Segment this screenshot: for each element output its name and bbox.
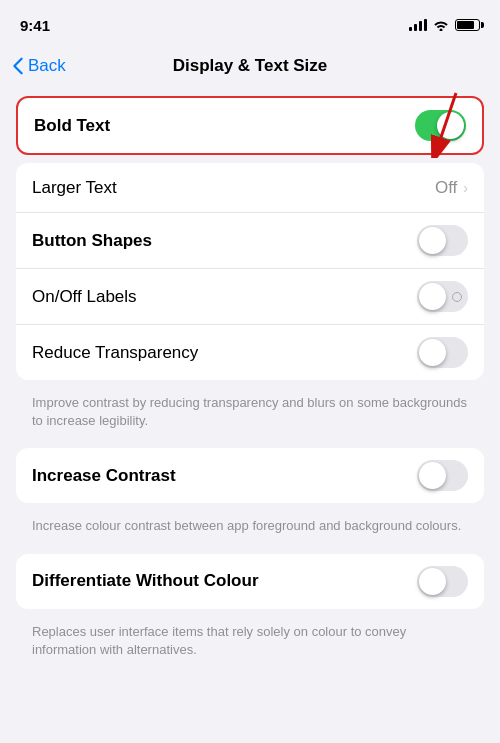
bold-text-toggle[interactable] bbox=[415, 110, 466, 141]
status-time: 9:41 bbox=[20, 17, 50, 34]
signal-icon bbox=[409, 19, 427, 31]
button-shapes-row: Button Shapes bbox=[16, 213, 484, 269]
button-shapes-label: Button Shapes bbox=[32, 231, 152, 251]
button-shapes-toggle[interactable] bbox=[417, 225, 468, 256]
page-title: Display & Text Size bbox=[173, 56, 328, 76]
back-label: Back bbox=[28, 56, 66, 76]
bold-text-label: Bold Text bbox=[34, 116, 110, 136]
group-2: Increase Contrast Increase colour contra… bbox=[16, 448, 484, 545]
reduce-transparency-row: Reduce Transparency bbox=[16, 325, 484, 380]
increase-contrast-label: Increase Contrast bbox=[32, 466, 176, 486]
content: Bold Text Larger Text Off › Button Shape… bbox=[0, 88, 500, 669]
increase-contrast-row: Increase Contrast bbox=[16, 448, 484, 503]
group-1: Bold Text Larger Text Off › Button Shape… bbox=[16, 96, 484, 440]
battery-icon bbox=[455, 19, 480, 31]
status-icons bbox=[409, 19, 480, 31]
differentiate-toggle[interactable] bbox=[417, 566, 468, 597]
bold-text-row: Bold Text bbox=[18, 98, 482, 153]
larger-text-label: Larger Text bbox=[32, 178, 117, 198]
larger-text-row[interactable]: Larger Text Off › bbox=[16, 163, 484, 213]
differentiate-row: Differentiate Without Colour bbox=[16, 554, 484, 609]
increase-contrast-card: Increase Contrast bbox=[16, 448, 484, 503]
differentiate-label: Differentiate Without Colour bbox=[32, 571, 259, 591]
group2-description: Increase colour contrast between app for… bbox=[16, 511, 484, 545]
chevron-left-icon bbox=[12, 57, 24, 75]
reduce-transparency-toggle[interactable] bbox=[417, 337, 468, 368]
onoff-labels-label: On/Off Labels bbox=[32, 287, 137, 307]
wifi-icon bbox=[433, 19, 449, 31]
back-button[interactable]: Back bbox=[12, 56, 66, 76]
group-3: Differentiate Without Colour Replaces us… bbox=[16, 554, 484, 669]
bold-text-card: Bold Text bbox=[16, 96, 484, 155]
chevron-icon: › bbox=[463, 180, 468, 196]
onoff-labels-row: On/Off Labels bbox=[16, 269, 484, 325]
larger-text-value: Off bbox=[435, 178, 457, 198]
group1-description: Improve contrast by reducing transparenc… bbox=[16, 388, 484, 440]
display-settings-card: Larger Text Off › Button Shapes On/Off L… bbox=[16, 163, 484, 380]
reduce-transparency-label: Reduce Transparency bbox=[32, 343, 198, 363]
group3-description: Replaces user interface items that rely … bbox=[16, 617, 484, 669]
status-bar: 9:41 bbox=[0, 0, 500, 44]
differentiate-card: Differentiate Without Colour bbox=[16, 554, 484, 609]
nav-bar: Back Display & Text Size bbox=[0, 44, 500, 88]
onoff-labels-toggle[interactable] bbox=[417, 281, 468, 312]
increase-contrast-toggle[interactable] bbox=[417, 460, 468, 491]
larger-text-right: Off › bbox=[435, 178, 468, 198]
